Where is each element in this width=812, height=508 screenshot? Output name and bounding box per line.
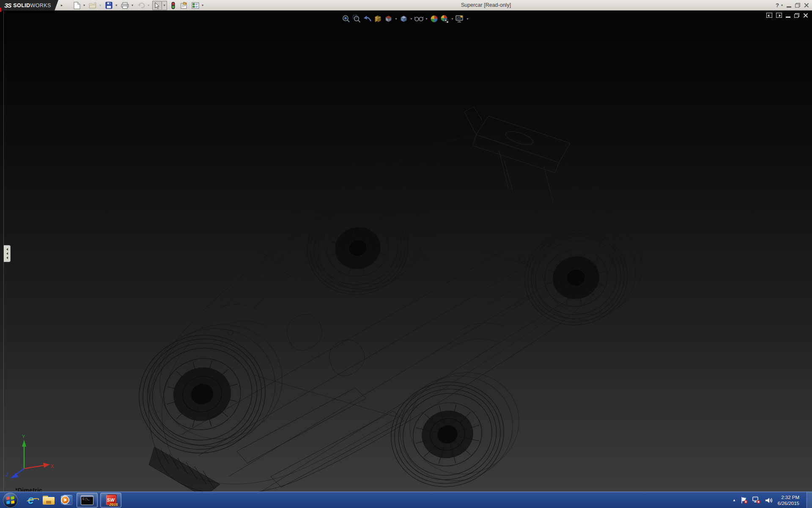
show-desktop-button[interactable] — [807, 492, 812, 508]
minimize-button[interactable] — [787, 6, 791, 8]
save-button[interactable] — [104, 1, 114, 10]
restore-button[interactable] — [795, 3, 800, 8]
taskbar-item-file-explorer[interactable] — [40, 492, 58, 508]
volume-icon[interactable] — [765, 497, 773, 504]
titlebar: ЗS SOLIDWORKS ▸ ▾ ▾ ▾ ▾ — [0, 0, 812, 11]
feature-manager-handle[interactable] — [4, 245, 11, 262]
taskbar-item-media-player[interactable] — [58, 492, 75, 508]
solidworks-year-label: 2015 — [109, 502, 118, 507]
rebuild-button[interactable] — [168, 1, 178, 10]
zoom-to-area-icon[interactable] — [351, 13, 362, 24]
view-orientation-dropdown[interactable]: ▾ — [394, 13, 398, 24]
pane-next-icon[interactable] — [776, 13, 782, 18]
new-document-dropdown[interactable]: ▾ — [82, 1, 87, 10]
solidworks-2015-icon: SW 2015 — [105, 494, 117, 506]
help-icon[interactable]: ? — [776, 2, 779, 8]
system-tray: ▲ 2:32 PM 6/26/2015 — [732, 492, 799, 508]
display-style-dropdown[interactable]: ▾ — [409, 13, 414, 24]
command-prompt-label: C:\_ — [82, 497, 90, 501]
command-prompt-icon: C:\_ — [81, 495, 93, 505]
view-orientation-icon[interactable] — [383, 13, 394, 24]
window-controls: ? ▾ — [776, 0, 809, 11]
record-indicator — [0, 8, 1, 12]
print-dropdown[interactable]: ▾ — [130, 1, 135, 10]
save-dropdown[interactable]: ▾ — [114, 1, 119, 10]
brand-name-light: WORKS — [30, 3, 51, 8]
headsup-view-toolbar: ▾ ▾ ▾ ▾ ▾ — [341, 13, 470, 24]
clock-time: 2:32 PM — [778, 494, 799, 500]
hide-show-items-dropdown[interactable]: ▾ — [424, 13, 429, 24]
pane-previous-icon[interactable] — [766, 13, 772, 18]
network-status-icon[interactable] — [752, 497, 760, 504]
menu-expand-arrow[interactable]: ▸ — [59, 0, 64, 11]
solidworks-logo-mark-icon: ЗS — [4, 2, 11, 9]
document-restore-button[interactable] — [794, 13, 799, 18]
section-view-icon[interactable] — [373, 13, 383, 24]
help-dropdown[interactable]: ▾ — [781, 3, 783, 7]
solidworks-logo[interactable]: ЗS SOLIDWORKS — [0, 0, 58, 11]
triad-z-label: Z — [6, 472, 9, 477]
brand-name-bold: SOLID — [13, 3, 30, 8]
windows-flag-icon — [6, 496, 15, 504]
reference-triad[interactable]: Y X Z — [5, 434, 56, 480]
open-dropdown[interactable]: ▾ — [98, 1, 103, 10]
taskbar: e C:\_ SW 2015 ▲ 2 — [0, 491, 812, 508]
media-player-icon — [61, 495, 72, 505]
folder-icon — [43, 496, 55, 505]
standard-toolbar: ▾ ▾ ▾ ▾ ▾ — [72, 0, 206, 10]
window-title: Supercar [Read-only] — [461, 0, 511, 11]
apply-scene-icon[interactable] — [439, 13, 450, 24]
close-button[interactable] — [804, 3, 809, 8]
document-minimize-button[interactable] — [786, 17, 790, 18]
view-orientation-label: *Dimetric — [15, 487, 42, 491]
options-button[interactable] — [190, 1, 200, 10]
apply-scene-dropdown[interactable]: ▾ — [450, 13, 455, 24]
select-dropdown[interactable]: ▾ — [162, 1, 167, 10]
select-button[interactable] — [152, 1, 162, 10]
action-center-icon[interactable] — [741, 497, 748, 504]
previous-view-icon[interactable] — [362, 13, 373, 24]
display-style-icon[interactable] — [398, 13, 409, 24]
undo-button[interactable] — [136, 1, 146, 10]
collapse-arrow-icon — [6, 252, 8, 255]
start-button[interactable] — [3, 493, 18, 508]
open-button[interactable] — [88, 1, 98, 10]
edit-appearance-icon[interactable] — [429, 13, 439, 24]
taskbar-item-solidworks[interactable]: SW 2015 — [100, 493, 121, 508]
view-settings-icon[interactable] — [455, 13, 465, 24]
print-button[interactable] — [120, 1, 130, 10]
clock[interactable]: 2:32 PM 6/26/2015 — [778, 494, 799, 506]
options-dropdown[interactable]: ▾ — [200, 1, 205, 10]
collapse-arrow-icon — [6, 257, 8, 259]
graphics-area[interactable]: ▾ ▾ ▾ ▾ ▾ — [0, 11, 812, 491]
wireframe-car-model — [0, 11, 812, 491]
triad-y-label: Y — [22, 434, 25, 439]
triad-x-label: X — [51, 464, 54, 469]
document-close-button[interactable] — [803, 13, 808, 18]
hide-show-items-icon[interactable] — [414, 13, 424, 24]
undo-dropdown[interactable]: ▾ — [146, 1, 151, 10]
clock-date: 6/26/2015 — [778, 500, 799, 506]
document-window-controls — [766, 13, 808, 18]
zoom-to-fit-icon[interactable] — [341, 13, 351, 24]
taskbar-item-command-prompt[interactable]: C:\_ — [77, 493, 98, 508]
taskbar-item-internet-explorer[interactable]: e — [22, 492, 40, 508]
file-properties-button[interactable] — [179, 1, 189, 10]
collapse-arrow-icon — [6, 248, 8, 251]
new-document-button[interactable] — [72, 1, 82, 10]
view-settings-dropdown[interactable]: ▾ — [465, 13, 470, 24]
show-hidden-icons-button[interactable]: ▲ — [732, 498, 736, 502]
internet-explorer-icon: e — [27, 494, 34, 507]
